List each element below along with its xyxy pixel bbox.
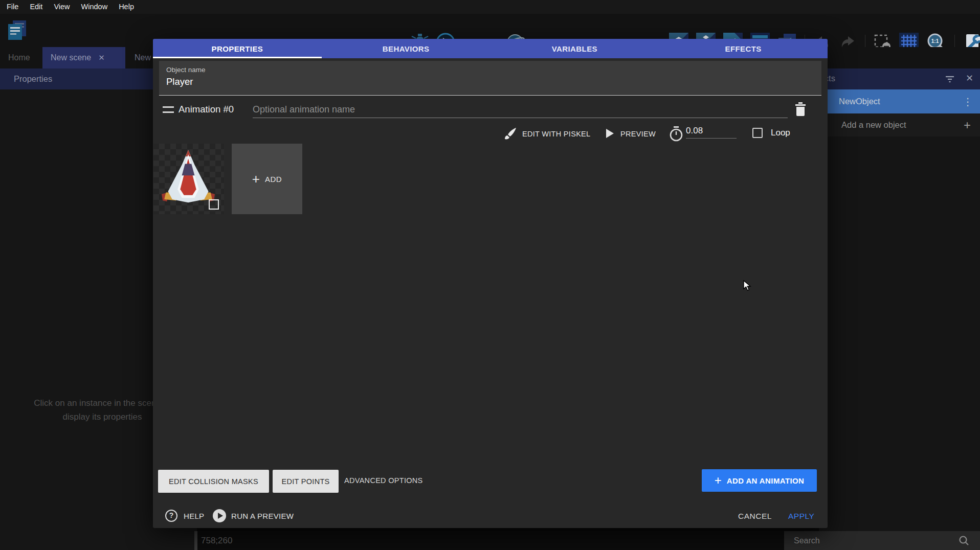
add-an-animation-button[interactable]: + ADD AN ANIMATION xyxy=(702,469,817,492)
tab-effects[interactable]: EFFECTS xyxy=(659,39,828,58)
menu-bar: File Edit View Window Help xyxy=(0,0,980,14)
search-input[interactable] xyxy=(784,536,953,545)
plus-icon: + xyxy=(252,171,260,187)
advanced-options-button[interactable]: ADVANCED OPTIONS xyxy=(344,476,423,485)
panel-close-icon[interactable]: ✕ xyxy=(966,73,973,84)
tab-home-label: Home xyxy=(8,53,30,62)
tab-behaviors[interactable]: BEHAVIORS xyxy=(322,39,491,58)
frame-select-checkbox[interactable] xyxy=(209,199,219,210)
help-icon[interactable]: ? xyxy=(165,510,177,522)
spaceship-sprite xyxy=(162,150,215,206)
apply-button[interactable]: APPLY xyxy=(788,512,814,521)
sprite-frame-thumbnail[interactable] xyxy=(153,144,224,214)
tab-next-label: New xyxy=(135,53,151,62)
add-new-object-row[interactable]: Add a new object + xyxy=(819,113,980,136)
app-window: File Edit View Window Help xyxy=(0,0,980,550)
menu-window[interactable]: Window xyxy=(76,0,114,14)
drag-handle-icon[interactable] xyxy=(163,106,174,113)
cancel-button[interactable]: CANCEL xyxy=(738,512,772,521)
project-manager-icon[interactable] xyxy=(6,19,28,43)
tab-close-icon[interactable]: ✕ xyxy=(98,53,105,62)
dialog-tabbar: PROPERTIES BEHAVIORS VARIABLES EFFECTS xyxy=(153,39,828,58)
object-name-label: NewObject xyxy=(819,97,880,106)
more-options-icon[interactable]: ⋮ xyxy=(963,96,973,108)
menu-view[interactable]: View xyxy=(48,0,75,14)
object-name-field-label: Object name xyxy=(166,66,821,74)
menu-help[interactable]: Help xyxy=(113,0,140,14)
tab-new-scene-label: New scene xyxy=(51,53,91,62)
help-button[interactable]: HELP xyxy=(184,512,204,520)
delete-animation-icon[interactable] xyxy=(794,102,807,119)
tab-properties[interactable]: PROPERTIES xyxy=(153,39,322,58)
objects-search-bar xyxy=(784,531,980,550)
svg-text:1:1: 1:1 xyxy=(931,38,939,44)
tab-home[interactable]: Home xyxy=(0,47,38,68)
object-name-input[interactable] xyxy=(166,76,811,87)
properties-panel-title: Properties xyxy=(14,74,52,84)
brush-icon[interactable] xyxy=(503,127,517,143)
timer-icon xyxy=(669,126,684,144)
edit-collision-masks-button[interactable]: EDIT COLLISION MASKS xyxy=(158,470,269,493)
loop-label: Loop xyxy=(771,128,790,138)
objects-panel-header: Objects ✕ xyxy=(819,68,980,89)
scene-scrollbar-edge[interactable] xyxy=(194,531,197,550)
object-editor-dialog: PROPERTIES BEHAVIORS VARIABLES EFFECTS O… xyxy=(153,39,828,528)
animation-title: Animation #0 xyxy=(179,104,234,115)
menu-edit[interactable]: Edit xyxy=(24,0,48,14)
active-tab-underline xyxy=(153,57,322,58)
tab-variables[interactable]: VARIABLES xyxy=(491,39,659,58)
frame-duration-input[interactable] xyxy=(686,126,737,139)
run-preview-icon[interactable] xyxy=(213,509,226,522)
dialog-footer: ? HELP RUN A PREVIEW CANCEL APPLY xyxy=(153,505,828,528)
animation-controls-row: EDIT WITH PISKEL PREVIEW Loop xyxy=(153,125,828,143)
animation-name-input[interactable] xyxy=(253,102,788,118)
menu-file[interactable]: File xyxy=(1,0,24,14)
plus-icon: + xyxy=(964,118,971,132)
add-frame-label: ADD xyxy=(265,175,282,184)
plus-icon: + xyxy=(715,473,722,488)
preview-play-icon[interactable] xyxy=(606,129,614,138)
object-list-item-selected[interactable]: NewObject ⋮ xyxy=(819,89,980,113)
loop-checkbox[interactable] xyxy=(752,128,763,138)
object-name-field: Object name xyxy=(159,61,821,96)
add-new-object-label: Add a new object xyxy=(819,120,906,130)
add-frame-tile[interactable]: + ADD xyxy=(232,144,302,214)
run-a-preview-button[interactable]: RUN A PREVIEW xyxy=(231,512,294,520)
tab-new-scene[interactable]: New scene ✕ xyxy=(42,47,125,68)
add-an-animation-label: ADD AN ANIMATION xyxy=(727,476,805,485)
animation-header-row: Animation #0 xyxy=(153,100,828,122)
objects-panel: Objects ✕ NewObject ⋮ Add a new object + xyxy=(819,68,980,531)
animation-preview-button[interactable]: PREVIEW xyxy=(620,130,656,138)
search-icon xyxy=(959,535,970,548)
edit-with-piskel-button[interactable]: EDIT WITH PISKEL xyxy=(522,130,590,138)
scene-status-bar: 758;260 xyxy=(197,531,784,550)
filter-icon[interactable] xyxy=(944,73,956,87)
edit-points-button[interactable]: EDIT POINTS xyxy=(273,470,339,493)
cursor-coordinates: 758;260 xyxy=(197,536,232,546)
